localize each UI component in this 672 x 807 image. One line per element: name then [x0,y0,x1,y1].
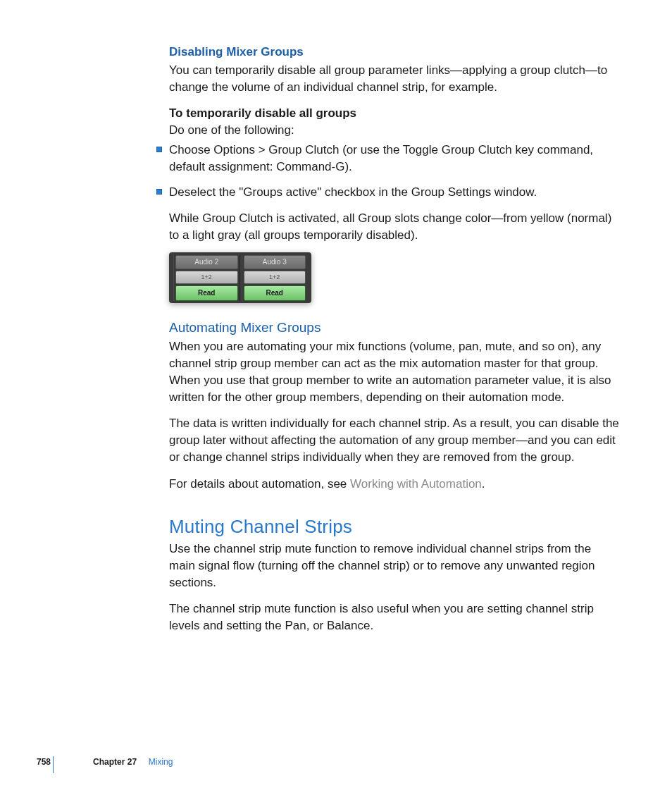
list-item: Deselect the "Groups active" checkbox in… [156,184,620,244]
channel-strip: Audio 3 1+2 Read [242,255,308,301]
heading-muting: Muting Channel Strips [169,514,620,539]
cross-reference-link[interactable]: Working with Automation [350,477,482,491]
strip-name-label: Audio 2 [175,255,238,269]
strip-name-label: Audio 3 [244,255,306,269]
page-footer: 758 Chapter 27 Mixing [37,756,173,768]
paragraph: The data is written individually for eac… [169,415,620,465]
channel-strip: Audio 2 1+2 Read [173,255,240,301]
chapter-label: Chapter 27 [93,757,137,767]
paragraph: You can temporarily disable all group pa… [169,62,620,96]
channel-strip-figure: Audio 2 1+2 Read Audio 3 1+2 Read [169,252,311,303]
paragraph: When you are automating your mix functio… [169,338,620,405]
text: For details about automation, see [169,477,350,491]
bold-instruction: To temporarily disable all groups [169,106,356,120]
list-item-followup: While Group Clutch is activated, all Gro… [169,210,620,244]
instruction-sub: Do one of the following: [169,123,294,137]
strip-automation-mode: Read [244,285,306,301]
list-item-text: Deselect the "Groups active" checkbox in… [169,185,537,199]
strip-group-slot: 1+2 [244,271,306,284]
paragraph: For details about automation, see Workin… [169,476,620,493]
paragraph: Use the channel strip mute function to r… [169,541,620,591]
page-number: 758 [37,756,51,768]
instruction-block: To temporarily disable all groups Do one… [169,105,620,139]
paragraph: The channel strip mute function is also … [169,600,620,634]
strip-group-slot: 1+2 [175,271,238,284]
chapter-title: Mixing [149,757,173,767]
subheading-automating: Automating Mixer Groups [169,319,620,338]
strip-automation-mode: Read [175,285,238,301]
subheading-disabling: Disabling Mixer Groups [169,44,620,61]
text: . [482,477,485,491]
bullet-list: Choose Options > Group Clutch (or use th… [156,142,620,244]
list-item: Choose Options > Group Clutch (or use th… [156,142,620,175]
